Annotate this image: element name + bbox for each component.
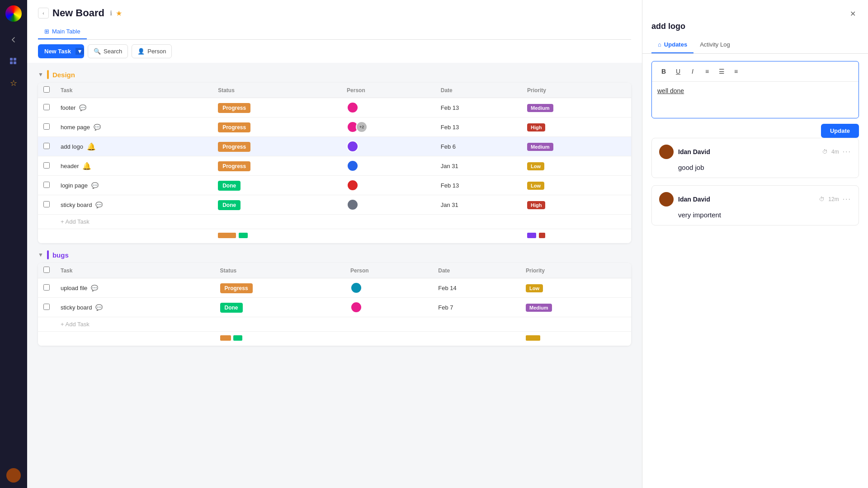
right-panel: ✕ add logo ⌂ Updates Activity Log B U I …	[642, 0, 868, 488]
priority-badge: Medium	[527, 143, 553, 151]
underline-button[interactable]: U	[672, 65, 684, 78]
status-badge: Progress	[218, 161, 250, 171]
table-row: home page 💬 Progress +2 Feb 13 High	[38, 117, 631, 137]
select-all-checkbox[interactable]	[43, 267, 50, 273]
summary-priority-bar	[527, 233, 536, 238]
app-logo[interactable]	[5, 5, 22, 22]
italic-button[interactable]: I	[686, 65, 699, 78]
col-date: Date	[433, 263, 520, 278]
table-row: sticky board 💬 Done Jan 31 High	[38, 195, 631, 215]
col-checkbox	[38, 83, 55, 98]
new-task-button[interactable]: New Task ▾	[38, 44, 84, 58]
align-center-button[interactable]: ☰	[715, 65, 728, 78]
align-right-button[interactable]: ≡	[730, 65, 742, 78]
date-cell: Feb 6	[435, 137, 522, 156]
tab-main-table[interactable]: ⊞ Main Table	[38, 24, 87, 39]
design-color-bar	[47, 70, 49, 79]
notification-icon[interactable]: 🔔	[82, 162, 91, 170]
add-task-row[interactable]: + Add Task	[38, 317, 631, 332]
col-checkbox	[38, 263, 55, 278]
avatar	[347, 141, 359, 152]
user-avatar[interactable]	[6, 468, 21, 483]
col-status: Status	[215, 263, 345, 278]
priority-badge: Medium	[526, 304, 552, 312]
row-checkbox[interactable]	[43, 162, 50, 169]
design-table-header: Task Status Person Date Priority	[38, 83, 631, 98]
comment-avatar	[659, 192, 674, 206]
design-chevron-icon[interactable]: ▼	[38, 71, 43, 78]
tab-updates[interactable]: ⌂ Updates	[651, 37, 693, 53]
notification-icon[interactable]: 🔔	[87, 142, 96, 151]
comment-text: good job	[659, 164, 851, 171]
col-person: Person	[341, 83, 435, 98]
sidebar-toggle-button[interactable]: ‹	[38, 8, 49, 19]
editor-text: well done	[657, 87, 684, 94]
table-icon: ⊞	[44, 28, 49, 35]
priority-badge: Low	[527, 182, 544, 190]
sidebar-grid-icon[interactable]	[6, 54, 21, 69]
comment-icon[interactable]: 💬	[91, 285, 98, 291]
search-button[interactable]: 🔍 Search	[88, 44, 128, 58]
bugs-chevron-icon[interactable]: ▼	[38, 252, 43, 258]
summary-progress-bar	[220, 335, 231, 341]
task-cell: header 🔔	[55, 156, 212, 176]
row-checkbox[interactable]	[43, 123, 50, 130]
design-table: Task Status Person Date Priority footer …	[38, 83, 631, 243]
status-badge: Done	[218, 200, 241, 210]
table-row: sticky board 💬 Done Feb 7 Medium	[38, 298, 631, 317]
comment-card: Idan David ⏱ 12m ··· very importent	[651, 185, 859, 225]
bugs-table-header: Task Status Person Date Priority	[38, 263, 631, 278]
add-task-row[interactable]: + Add Task	[38, 215, 631, 229]
sidebar-star-icon[interactable]: ☆	[6, 76, 21, 90]
bugs-group-header: ▼ bugs	[38, 243, 631, 263]
date-cell: Feb 13	[435, 176, 522, 195]
sidebar-collapse-icon[interactable]	[6, 33, 21, 47]
select-all-checkbox[interactable]	[43, 86, 50, 93]
add-task-label[interactable]: + Add Task	[55, 317, 631, 332]
panel-tabs: ⌂ Updates Activity Log	[642, 37, 868, 54]
comment-icon[interactable]: 💬	[94, 124, 101, 131]
task-name: upload file	[61, 285, 87, 291]
tab-activity-log[interactable]: Activity Log	[693, 37, 736, 53]
col-status: Status	[212, 83, 341, 98]
row-checkbox[interactable]	[43, 182, 50, 188]
row-checkbox[interactable]	[43, 143, 50, 149]
bold-button[interactable]: B	[657, 65, 670, 78]
panel-header: ✕	[642, 0, 868, 20]
comment-icon[interactable]: 💬	[95, 304, 103, 311]
row-checkbox[interactable]	[43, 284, 50, 291]
task-cell: home page 💬	[55, 117, 212, 137]
info-icon[interactable]: ℹ	[110, 9, 112, 17]
task-cell: sticky board 💬	[55, 195, 212, 215]
person-filter-button[interactable]: 👤 Person	[132, 44, 172, 58]
task-cell: sticky board 💬	[55, 298, 215, 317]
panel-close-button[interactable]: ✕	[846, 7, 859, 20]
table-row: add logo 🔔 Progress Feb 6 Medium	[38, 137, 631, 156]
priority-badge: Medium	[527, 104, 553, 112]
star-icon[interactable]: ★	[116, 9, 122, 18]
align-left-button[interactable]: ≡	[701, 65, 713, 78]
comment-time: 12m	[828, 196, 839, 202]
avatar	[347, 199, 359, 211]
comment-icon[interactable]: 💬	[95, 202, 103, 208]
row-checkbox[interactable]	[43, 104, 50, 110]
comment-icon[interactable]: 💬	[79, 104, 86, 111]
editor-content[interactable]: well done	[652, 82, 859, 118]
comment-icon[interactable]: 💬	[91, 182, 99, 189]
task-name: sticky board	[61, 304, 92, 311]
row-checkbox[interactable]	[43, 304, 50, 310]
row-checkbox[interactable]	[43, 201, 50, 207]
avatar	[350, 301, 362, 313]
comment-more-button[interactable]: ···	[843, 148, 851, 156]
header: ‹ New Board ℹ ★ ⊞ Main Table New Task ▾ …	[27, 0, 642, 63]
add-task-label[interactable]: + Add Task	[55, 215, 631, 229]
avatar-more: +2	[356, 121, 368, 133]
update-button[interactable]: Update	[821, 124, 859, 138]
priority-badge: High	[527, 201, 545, 209]
status-badge: Progress	[220, 283, 253, 293]
sidebar: ☆	[0, 0, 27, 488]
comment-username: Idan David	[678, 196, 710, 203]
comment-more-button[interactable]: ···	[843, 195, 851, 203]
comment-text: very importent	[659, 211, 851, 219]
dropdown-arrow-icon[interactable]: ▾	[75, 48, 84, 55]
